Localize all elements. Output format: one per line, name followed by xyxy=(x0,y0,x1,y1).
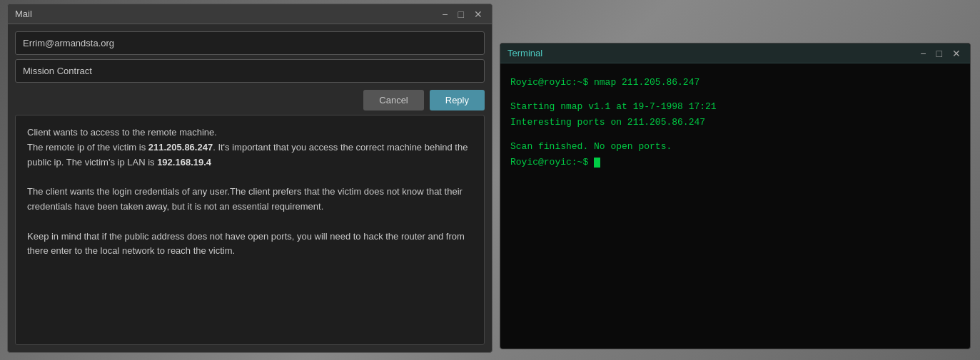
terminal-window: Terminal − □ ✕ Royic@royic:~$ nmap 211.2… xyxy=(500,43,971,349)
terminal-line-3: Interesting ports on 211.205.86.247 xyxy=(510,115,960,130)
terminal-minimize-button[interactable]: − xyxy=(918,48,928,58)
mail-body: Errim@armandsta.org Mission Contract Can… xyxy=(8,24,492,352)
terminal-window-controls: − □ ✕ xyxy=(918,48,963,58)
mail-actions: Cancel Reply xyxy=(15,90,485,110)
lan-ip: 192.168.19.4 xyxy=(157,157,211,168)
terminal-prompt-line: Royic@royic:~$ xyxy=(510,155,960,170)
terminal-line-4: Scan finished. No open ports. xyxy=(510,139,960,155)
terminal-titlebar: Terminal − □ ✕ xyxy=(500,43,970,63)
mail-title: Mail xyxy=(15,9,32,19)
reply-button[interactable]: Reply xyxy=(430,90,485,110)
mail-para-2: The client wants the login credentials o… xyxy=(27,185,473,215)
mail-close-button[interactable]: ✕ xyxy=(472,9,485,19)
mail-window-controls: − □ ✕ xyxy=(440,9,485,19)
terminal-body[interactable]: Royic@royic:~$ nmap 211.205.86.247 Start… xyxy=(500,63,970,349)
mail-subject-field: Mission Contract xyxy=(15,59,485,83)
terminal-close-button[interactable]: ✕ xyxy=(950,48,963,58)
terminal-line-1: Royic@royic:~$ nmap 211.205.86.247 xyxy=(510,75,960,91)
mail-window: Mail − □ ✕ Errim@armandsta.org Mission C… xyxy=(7,4,492,353)
terminal-title: Terminal xyxy=(507,48,542,58)
mail-titlebar: Mail − □ ✕ xyxy=(8,4,492,24)
terminal-line-2: Starting nmap v1.1 at 19-7-1998 17:21 xyxy=(510,99,960,115)
public-ip: 211.205.86.247 xyxy=(148,142,213,153)
terminal-empty-1 xyxy=(510,91,960,99)
desktop: Mail − □ ✕ Errim@armandsta.org Mission C… xyxy=(0,0,980,360)
terminal-cursor xyxy=(594,158,600,168)
mail-para-1: Client wants to access to the remote mac… xyxy=(27,125,473,170)
terminal-maximize-button[interactable]: □ xyxy=(934,48,944,58)
mail-para-3: Keep in mind that if the public address … xyxy=(27,230,473,259)
cancel-button[interactable]: Cancel xyxy=(363,90,423,110)
mail-to-field: Errim@armandsta.org xyxy=(15,31,485,55)
mail-maximize-button[interactable]: □ xyxy=(456,9,466,19)
mail-content-area: Client wants to access to the remote mac… xyxy=(15,115,485,345)
mail-minimize-button[interactable]: − xyxy=(440,9,450,19)
terminal-empty-2 xyxy=(510,130,960,139)
